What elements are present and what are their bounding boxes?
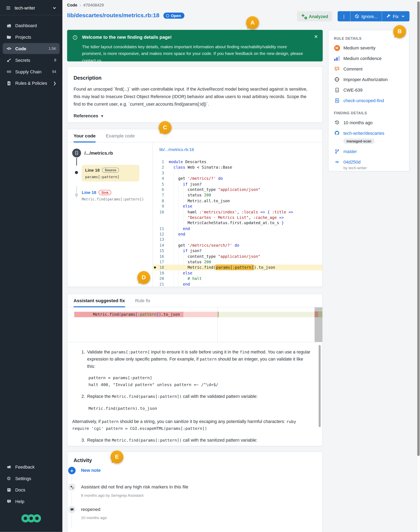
welcome-banner: Welcome to the new finding details page!…: [67, 30, 323, 62]
sidebar-item-label: Docs: [15, 487, 25, 492]
line-number: 20: [152, 276, 164, 281]
secrets-key-icon: [6, 57, 12, 63]
code-line: 21 end: [152, 282, 322, 287]
sidebar-item-rules-policies[interactable]: Rules & Policies❯: [3, 78, 60, 89]
code-line: 1module Descartes: [152, 159, 322, 165]
managed-scan-badge: managed-scan: [344, 139, 375, 144]
rule-detail-label: Medium severity: [344, 45, 375, 50]
repo-link[interactable]: tech-writer/descartes: [334, 130, 404, 136]
sidebar-item-dashboard[interactable]: Dashboard: [3, 20, 60, 31]
scrollbar-thumb[interactable]: [417, 1, 420, 456]
sidebar-item-label: Supply Chain: [15, 69, 41, 74]
rule-detail-label: Medium confidence: [344, 56, 382, 61]
sidebar-nav: DashboardProjects</>Code1.5KSecrets8Supp…: [0, 19, 62, 89]
sidebar-item-label: Code: [15, 46, 26, 51]
fix-instruction-item: 2.Replace the Metric.find(params[:patter…: [78, 393, 312, 400]
activity-entry-meta: 8 months ago by Semgrep Assistant: [81, 493, 143, 497]
fix-button[interactable]: Fix: [382, 11, 409, 21]
fix-instruction-text: Validate the params[:pattern] input to e…: [87, 349, 312, 370]
page-title[interactable]: lib/descartes/routes/metrics.rb:18: [67, 12, 159, 19]
code-file-link[interactable]: lib/.../metrics.rb:18: [152, 142, 194, 152]
diff-removed-row: Metric.find(params[:pattern]).to_json: [74, 312, 217, 317]
line-number: 21: [152, 282, 164, 287]
rule-detail-label: CWE-639: [344, 87, 362, 93]
code-line: 3: [152, 170, 322, 176]
sink-step[interactable]: Line 18 Sink Metric.find(params[:pattern…: [82, 190, 139, 201]
sidebar-item-label: Settings: [15, 476, 31, 481]
line-number: 6: [152, 187, 164, 192]
line-number: 11: [152, 226, 164, 231]
line-number: 7: [152, 192, 164, 198]
fix-instruction-number: 1.: [78, 349, 85, 370]
severity-badge-icon: M: [334, 45, 340, 51]
commit-link[interactable]: 04d250d: [334, 159, 404, 165]
code-line: 5 if json?: [152, 181, 322, 187]
code-card: Your code Example code /.../metrics.rb L…: [67, 129, 323, 287]
line-content: get '/metrics/search/?' do: [164, 243, 239, 248]
line-number: 19: [152, 270, 164, 276]
sidebar-bottom: Feedback⚙SettingsDocs?Help: [0, 461, 62, 532]
annotation-marker-d: D: [137, 271, 150, 284]
close-icon[interactable]: ✕: [314, 34, 318, 39]
chevron-down-icon: [401, 14, 405, 19]
line-number: 12: [152, 232, 164, 237]
github-icon: [334, 130, 340, 136]
sidebar-item-secrets[interactable]: Secrets8: [3, 55, 60, 65]
rule-detail-label: Improper Authorization: [344, 77, 388, 82]
plus-icon[interactable]: +: [68, 467, 75, 474]
ignore-button[interactable]: Ignore...: [350, 11, 382, 21]
references-toggle[interactable]: References ▼: [74, 113, 316, 119]
new-note-link[interactable]: New note: [81, 468, 101, 473]
sidebar-item-feedback[interactable]: Feedback: [3, 461, 60, 472]
sidebar-item-projects[interactable]: Projects: [3, 31, 60, 43]
code-line: 2 class Web < Sinatra::Base: [152, 165, 322, 170]
diff-minimap[interactable]: [315, 307, 322, 342]
org-name: tech-writer: [15, 5, 48, 10]
branch-link[interactable]: master: [334, 148, 404, 154]
sidebar-item-settings[interactable]: ⚙Settings: [3, 473, 60, 484]
rule-detail-check-unscoped-find[interactable]: check-unscoped-find: [334, 97, 404, 103]
commit-author: by tech-writer: [344, 166, 404, 170]
line-number: 16: [152, 253, 164, 259]
sidebar-item-code[interactable]: </>Code1.5K: [3, 43, 60, 54]
tab-rule-fix[interactable]: Rule fix: [135, 294, 150, 307]
timeline-dot: [75, 171, 78, 174]
fix-instruction-text: Replace the Metric.find(params[:pattern]…: [87, 437, 257, 444]
tab-assistant-fix[interactable]: Assistant suggested fix: [74, 294, 125, 307]
sidebar-item-docs[interactable]: Docs: [3, 484, 60, 495]
docs-book-icon: [6, 487, 12, 493]
file-icon: [72, 149, 81, 157]
rule-search-icon: [334, 97, 340, 103]
page-scrollbar[interactable]: [417, 0, 420, 532]
timeline-dot: [75, 193, 78, 196]
fix-scrollbar[interactable]: [318, 345, 321, 427]
severity-badge-icon: M: [334, 45, 340, 51]
dataflow-pane: /.../metrics.rb Line 18 Source params[:p…: [67, 142, 153, 287]
line-number: 2: [152, 165, 164, 170]
activity-entry-title: reopened: [81, 507, 100, 512]
banner-title: Welcome to the new finding details page!: [82, 35, 172, 40]
info-icon: [73, 35, 77, 40]
analyzed-button[interactable]: ✦✓ Analyzed: [297, 11, 332, 21]
line-number: [152, 220, 164, 226]
semgrep-logo-icon: [0, 507, 62, 532]
finding-age: 10 months ago: [334, 119, 404, 125]
hamburger-icon[interactable]: [5, 5, 11, 11]
tab-your-code[interactable]: Your code: [74, 129, 96, 142]
more-actions-button[interactable]: ⋮: [338, 11, 350, 21]
comment-bubble-icon: [68, 506, 75, 513]
rule-detail-label: Comment: [344, 66, 362, 71]
org-switcher[interactable]: tech-writer: [0, 0, 62, 15]
line-number: 5: [152, 181, 164, 187]
source-step[interactable]: Line 18 Source params[:pattern]: [82, 165, 139, 182]
sidebar-item-help[interactable]: ?Help: [3, 496, 60, 507]
annotation-marker-a: A: [246, 16, 259, 29]
status-badge[interactable]: Open: [164, 13, 184, 19]
sidebar-item-supply-chain[interactable]: Supply Chain94: [3, 66, 60, 77]
breadcrumb-section[interactable]: Code: [67, 3, 77, 7]
tab-example-code[interactable]: Example code: [106, 129, 135, 142]
activity-entry-title: Assistant did not find any high risk mar…: [81, 484, 188, 489]
rule-detail-comment: Comment: [334, 66, 404, 72]
fix-instruction-number: 3.: [78, 437, 85, 444]
rule-detail-medium-confidence: Medium confidence: [334, 55, 404, 62]
